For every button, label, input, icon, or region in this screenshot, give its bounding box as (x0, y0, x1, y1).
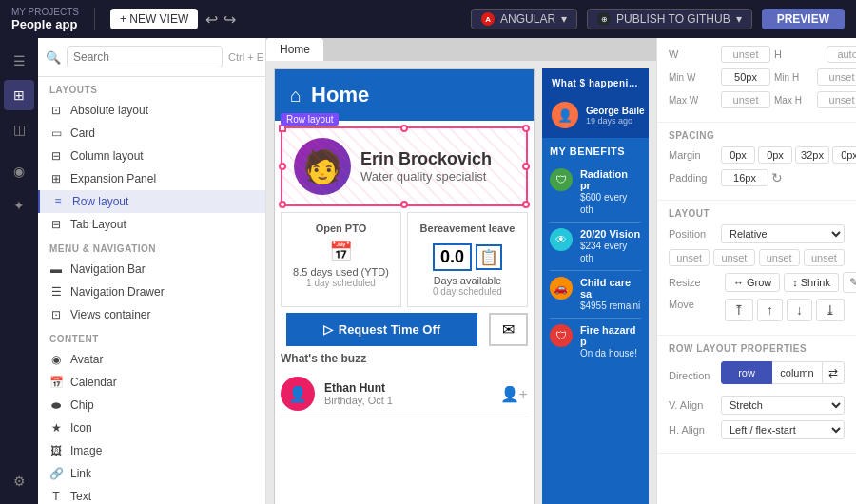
w-input[interactable] (721, 46, 770, 63)
link-label: Link (70, 467, 91, 480)
handle-tr[interactable] (522, 125, 530, 132)
minw-label: Min W (669, 72, 721, 83)
redo-button[interactable]: ↪ (224, 10, 236, 29)
sidebar-item-column[interactable]: ⊟ Column layout (38, 145, 265, 167)
search-shortcut: Ctrl + E (228, 51, 263, 63)
resize-row: Resize ↔ Grow ↕ Shrink ✎ (669, 272, 845, 293)
icon-bar-layers[interactable]: ◫ (4, 114, 34, 145)
bereavement-icon: 📋 (476, 244, 502, 270)
position-label: Position (669, 228, 721, 240)
handle-bc[interactable] (400, 201, 408, 208)
move-up-button[interactable]: ↑ (757, 299, 783, 321)
row-direction-button[interactable]: row (721, 361, 772, 384)
resize-edit-button[interactable]: ✎ (843, 272, 856, 293)
navbar-icon: ▬ (49, 262, 63, 276)
maxh-input[interactable] (817, 91, 856, 108)
bereavement-card: Bereavement leave 0.0 📋 Days available 0… (407, 212, 528, 307)
sidebar-item-tab[interactable]: ⊟ Tab Layout (38, 213, 265, 236)
sidebar-item-chip[interactable]: ⬬ Chip (38, 394, 265, 417)
home-tab[interactable]: Home (266, 38, 323, 61)
maxh-label: Max H (774, 95, 817, 106)
icon-bar-plugins[interactable]: ✦ (4, 190, 34, 221)
grow-icon: ↔ (733, 277, 744, 288)
new-view-button[interactable]: + NEW VIEW (110, 9, 198, 29)
image-icon: 🖼 (49, 444, 63, 457)
move-down-button[interactable]: ↓ (787, 299, 812, 321)
childcare-detail: $4955 remaini (580, 300, 641, 312)
sidebar-item-absolute[interactable]: ⊡ Absolute layout (38, 99, 265, 122)
sidebar-item-row[interactable]: ≡ Row layout (38, 190, 265, 213)
move-bottom-button[interactable]: ⤓ (816, 299, 845, 321)
unset-input-4[interactable] (804, 249, 845, 266)
halign-select[interactable]: Left / flex-start center flex-end (721, 420, 845, 439)
grow-button[interactable]: ↔ Grow (725, 273, 780, 292)
column-layout-icon: ⊟ (49, 149, 63, 163)
topbar: MY PROJECTS People app + NEW VIEW ↩ ↪ A … (0, 0, 856, 38)
icon-bar-menu[interactable]: ☰ (4, 46, 34, 76)
unset-input-2[interactable] (713, 249, 754, 266)
handle-ml[interactable] (279, 163, 286, 170)
column-direction-button[interactable]: column (772, 361, 822, 384)
calendar-icon: 📅 (49, 376, 63, 389)
margin-right-input[interactable] (758, 146, 792, 164)
angular-button[interactable]: A ANGULAR ▾ (471, 9, 577, 29)
sidebar-item-navbar[interactable]: ▬ Navigation Bar (38, 258, 265, 281)
request-time-off-button[interactable]: ▷ Request Time Off (286, 313, 477, 346)
views-icon: ⊡ (49, 308, 63, 321)
wh-person-name: George Baile (586, 106, 645, 116)
handle-br[interactable] (522, 201, 530, 208)
sidebar-item-expansion[interactable]: ⊞ Expansion Panel (38, 167, 265, 190)
sidebar-item-views[interactable]: ⊡ Views container (38, 303, 265, 326)
direction-swap-button[interactable]: ⇄ (822, 361, 845, 384)
sidebar-search-bar: 🔍 Ctrl + E (38, 38, 265, 77)
card-label: Card (70, 126, 95, 140)
publish-chevron: ▾ (736, 12, 742, 26)
email-button[interactable]: ✉ (489, 313, 528, 346)
minw-input[interactable] (721, 68, 770, 86)
selected-row-layout[interactable]: Row layout 🧑 Erin Brockovi (281, 126, 528, 206)
publish-label: PUBLISH TO GITHUB (616, 12, 730, 26)
canvas-container: ⌂ Home Row layout (274, 68, 649, 504)
sidebar-item-link[interactable]: 🔗 Link (38, 462, 265, 485)
search-icon: 🔍 (46, 50, 61, 65)
handle-mr[interactable] (522, 163, 530, 170)
sidebar-item-icon[interactable]: ★ Icon (38, 417, 265, 439)
margin-left-input[interactable] (832, 146, 856, 164)
sidebar-item-image[interactable]: 🖼 Image (38, 439, 265, 462)
preview-button[interactable]: PREVIEW (762, 9, 845, 29)
spacing-section: SPACING Margin ↻ Padding ↻ (657, 123, 856, 201)
icon-bar-assets[interactable]: ◉ (4, 156, 34, 186)
margin-bottom-input[interactable] (795, 146, 829, 164)
sidebar-item-drawer[interactable]: ☰ Navigation Drawer (38, 281, 265, 303)
h-input[interactable] (827, 46, 856, 63)
maxw-input[interactable] (721, 91, 770, 108)
sidebar-item-card[interactable]: ▭ Card (38, 122, 265, 145)
layouts-section-label: LAYOUTS (38, 77, 265, 99)
benefits-header: MY BENEFITS (550, 145, 641, 157)
sidebar-item-calendar[interactable]: 📅 Calendar (38, 371, 265, 394)
padding-input[interactable] (721, 169, 768, 186)
handle-bl[interactable] (279, 201, 286, 208)
sidebar-item-avatar[interactable]: ◉ Avatar (38, 348, 265, 371)
move-top-button[interactable]: ⤒ (725, 299, 753, 321)
padding-sync-icon[interactable]: ↻ (771, 170, 783, 185)
unset-input-1[interactable] (669, 249, 710, 266)
buzz-avatar: 👤 (281, 377, 315, 411)
publish-button[interactable]: ⊕ PUBLISH TO GITHUB ▾ (587, 9, 752, 29)
sidebar-item-text[interactable]: T Text (38, 485, 265, 504)
valign-select[interactable]: Stretch flex-start center flex-end (721, 396, 845, 415)
wh-title: What $ happening at Ri (552, 74, 639, 92)
position-select[interactable]: Relative Absolute Fixed (721, 224, 845, 243)
icon-bar-components[interactable]: ⊞ (4, 80, 34, 110)
text-label: Text (70, 490, 91, 503)
search-input[interactable] (67, 46, 223, 68)
icon-bar-settings[interactable]: ⚙ (4, 466, 34, 496)
undo-button[interactable]: ↩ (205, 10, 218, 29)
minh-input[interactable] (817, 68, 856, 86)
handle-tc[interactable] (400, 125, 408, 132)
margin-top-input[interactable] (721, 146, 755, 164)
shrink-button[interactable]: ↕ Shrink (784, 273, 839, 292)
buzz-item-ethan: 👤 Ethan Hunt Birthday, Oct 1 👤+ (281, 371, 528, 417)
angular-logo: A (481, 12, 495, 26)
unset-input-3[interactable] (759, 249, 800, 266)
